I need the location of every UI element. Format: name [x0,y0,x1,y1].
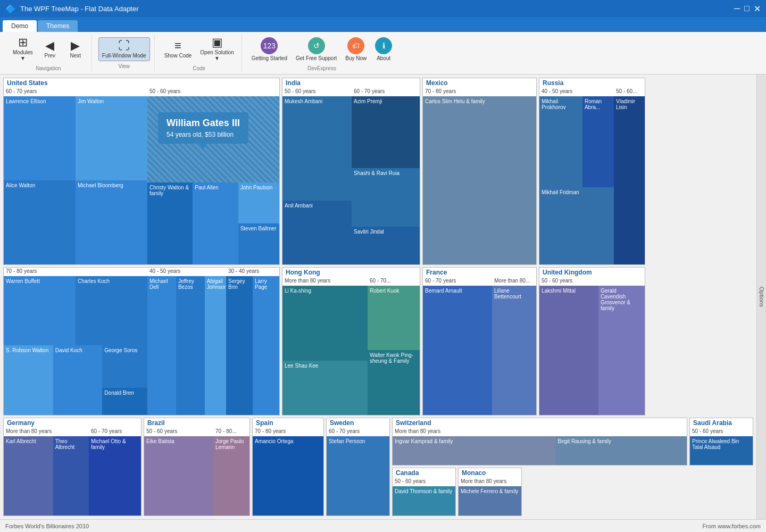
germany-cell-theo[interactable]: Theo Albrecht [53,436,89,516]
us-cell-bloomberg[interactable]: Michael Bloomberg [76,180,147,264]
sweden-section: Sweden 60 - 70 years Stefan Persson [326,418,390,516]
india-cell-mukesh[interactable]: Mukesh Ambani [282,96,352,201]
us-cell-soros[interactable]: George Soros [102,345,147,387]
india-cell-azim[interactable]: Azim Premji [352,96,420,168]
brazil-cell-eike[interactable]: Eike Batista [144,436,213,516]
germany-cell-michael[interactable]: Michael Otto & family [89,436,141,516]
modules-button[interactable]: ⊞ Modules ▼ [10,35,36,63]
hk-cell-walter[interactable]: Walter Kwok Ping-sheung & Family [368,350,420,414]
monaco-section: Monaco More than 80 years Michele Ferrer… [458,468,522,516]
spain-section: Spain 70 - 80 years Amancio Ortega [252,418,324,516]
prev-button[interactable]: ◀ Prev [38,38,62,61]
spain-cell-amancio[interactable]: Amancio Ortega [253,436,323,516]
india-cell-shashi[interactable]: Shashi & Ravi Ruia [352,168,420,227]
us-cell-gates[interactable]: William Gates III 54 years old, $53 bill… [147,96,279,182]
mexico-title: Mexico [423,78,536,88]
about-button[interactable]: ℹ About [372,35,395,63]
window-controls[interactable]: ─ □ ✕ [734,4,761,14]
russia-cell-mikhail-p[interactable]: Mikhail Prokhorov [539,96,582,187]
nav-group: ⊞ Modules ▼ ◀ Prev ▶ Next Navigation [5,35,92,72]
us-cell-christy[interactable]: Christy Walton & family [147,182,193,264]
show-code-button[interactable]: ≡ Show Code [161,38,195,61]
france-section: France 60 - 70 years Bernard Arnault Mor… [422,267,537,415]
uk-cell-lakshmi[interactable]: Lakshmi Mittal [539,286,598,414]
us-cell-bezos[interactable]: Jeffrey Bezos [176,276,205,414]
tab-themes[interactable]: Themes [38,20,78,32]
hk-cell-robert[interactable]: Robert Kuok [368,286,420,350]
us-cell-lawrence[interactable]: Lawrence Ellison [4,96,76,180]
restore-button[interactable]: □ [744,4,750,14]
germany-cell-karl[interactable]: Karl Albrecht [4,436,53,516]
mexico-cell-carlos[interactable]: Carlos Slim Helu & family [423,96,536,264]
switzerland-title: Switzerland [393,418,687,428]
russia-cell-roman[interactable]: Roman Abra... [582,96,614,187]
get-free-support-button[interactable]: ↺ Get Free Support [293,35,340,63]
switzerland-cell-birgit[interactable]: Birgit Rausing & family [555,436,687,466]
canada-cell-david[interactable]: David Thomson & family [393,486,455,516]
hk-cell-li[interactable]: Li Ka-shing [282,286,368,361]
us-cell-paul[interactable]: Paul Allen [193,182,238,264]
germany-title: Germany [4,418,141,428]
modules-icon: ⊞ [18,37,28,48]
treemap-area: United States 60 - 70 years Lawrence Ell… [0,74,756,519]
us-cell-ballmer[interactable]: Steven Ballmer [238,223,279,264]
view-group: ⛶ Full-Window Mode View [94,35,155,72]
about-icon: ℹ [375,37,392,54]
canada-title: Canada [393,468,455,478]
buy-now-icon: 🏷 [347,37,364,54]
brazil-cell-jorge[interactable]: Jorge Paulo Lemann [213,436,249,516]
show-code-icon: ≡ [174,40,181,52]
us-cell-sergey[interactable]: Sergey Brin [226,276,253,414]
us-cell-alice[interactable]: Alice Walton [4,180,76,264]
russia-cell-vladimir[interactable]: Vladimir Lisin [614,96,645,264]
russia-cell-mikhail-f[interactable]: Mikhail Fridman [539,187,614,264]
open-solution-button[interactable]: ▣ Open Solution ▼ [197,35,237,63]
india-cell-savitri[interactable]: Savitri Jindal [352,227,420,265]
getting-started-icon: 123 [261,37,278,54]
title-bar: 🔷 The WPF TreeMap - Flat Data Adapter ─ … [0,0,766,17]
uk-title: United Kingdom [539,268,645,277]
close-button[interactable]: ✕ [754,4,761,14]
next-icon: ▶ [71,40,80,52]
us-title: United States [4,78,279,88]
minimize-button[interactable]: ─ [734,4,740,14]
france-cell-bernard[interactable]: Bernard Arnault [423,286,492,414]
tab-demo[interactable]: Demo [3,20,37,32]
options-sidebar[interactable]: Options [756,74,766,519]
saudi-cell-prince[interactable]: Prince Alwaleed Bin Talal Alsaud [690,436,753,466]
france-title: France [423,268,536,277]
uk-cell-gerald[interactable]: Gerald Cavendish Grosvenor & family [598,286,645,414]
us-cell-charles[interactable]: Charles Koch [76,276,147,345]
code-group: ≡ Show Code ▣ Open Solution ▼ Code [157,35,242,72]
sweden-cell-stefan[interactable]: Stefan Persson [327,436,389,516]
switzerland-cell-ingvar[interactable]: Ingvar Kamprad & family [393,436,555,466]
window-title: The WPF TreeMap - Flat Data Adapter [20,5,139,13]
full-window-mode-button[interactable]: ⛶ Full-Window Mode [98,37,150,61]
monaco-cell-michele[interactable]: Michele Ferrero & family [459,486,521,516]
india-section: India 50 - 60 years Mukesh Ambani Anil A… [282,78,420,265]
getting-started-button[interactable]: 123 Getting Started [248,35,290,63]
canada-section: Canada 50 - 60 years David Thomson & fam… [392,468,456,516]
us-cell-david[interactable]: David Koch [53,345,103,414]
full-window-icon: ⛶ [118,40,130,52]
us-cell-jim[interactable]: Jim Walton [76,96,147,180]
germany-section: Germany More than 80 years Karl Albrecht… [3,418,141,516]
us-cell-abigail[interactable]: Abigail Johnson [205,276,226,414]
us-cell-warren[interactable]: Warren Buffett [4,276,76,345]
us-cell-paulson[interactable]: John Paulson [238,182,279,223]
status-left: Forbes World's Billionaires 2010 [5,523,89,529]
us-cell-larry[interactable]: Larry Page [253,276,279,414]
india-title: India [282,78,420,88]
tooltip: William Gates III 54 years old, $53 bill… [158,112,248,144]
prev-icon: ◀ [45,40,54,52]
france-cell-liliane[interactable]: Liliane Bettencourt [492,286,536,414]
hk-cell-lee[interactable]: Lee Shau Kee [282,361,368,414]
status-bar: Forbes World's Billionaires 2010 From ww… [0,519,766,532]
us-cell-dell[interactable]: Michael Dell [147,276,176,414]
india-cell-anil[interactable]: Anil Ambani [282,201,352,265]
us-cell-bren[interactable]: Donald Bren [102,388,147,415]
us-cell-robson[interactable]: S. Robson Walton [4,345,53,414]
saudi-section: Saudi Arabia 50 - 60 years Prince Alwale… [689,418,753,466]
next-button[interactable]: ▶ Next [64,38,87,61]
buy-now-button[interactable]: 🏷 Buy Now [342,35,370,63]
